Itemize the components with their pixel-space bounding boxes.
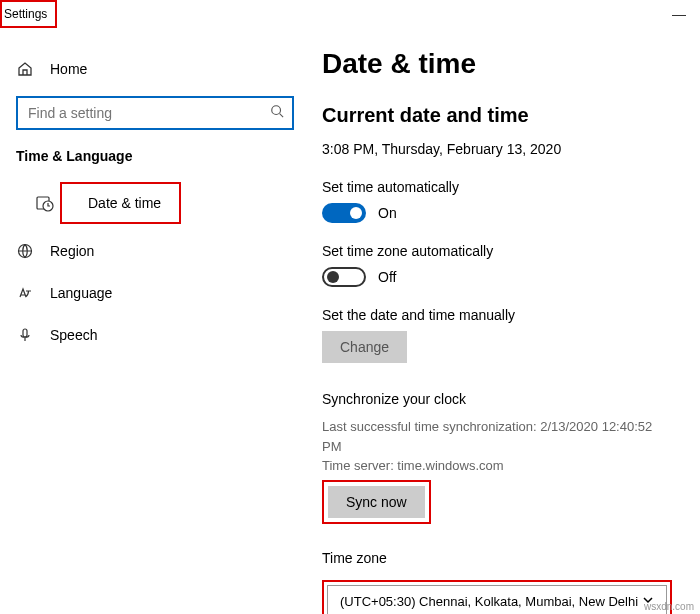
page-title: Date & time [322,48,670,80]
toggle-set-time-auto[interactable] [322,203,366,223]
window-title: Settings [4,7,47,21]
clock-icon [44,194,62,212]
section-current: Current date and time [322,104,670,127]
current-datetime: 3:08 PM, Thursday, February 13, 2020 [322,141,670,157]
nav-home[interactable]: Home [0,50,310,88]
svg-point-0 [272,106,281,115]
set-tz-auto-label: Set time zone automatically [322,243,670,259]
sync-heading: Synchronize your clock [322,391,670,407]
sidebar-item-speech[interactable]: Speech [0,314,310,356]
toggle-state: Off [378,269,396,285]
sidebar-item-label: Language [50,285,112,301]
category-heading: Time & Language [0,148,310,176]
toggle-set-tz-auto[interactable] [322,267,366,287]
sidebar-item-region[interactable]: Region [0,230,310,272]
timezone-value: (UTC+05:30) Chennai, Kolkata, Mumbai, Ne… [340,594,638,609]
minimize-button[interactable]: — [672,6,686,22]
search-icon [270,104,284,122]
sidebar-item-label: Region [50,243,94,259]
tz-heading: Time zone [322,550,670,566]
change-button: Change [322,331,407,363]
manual-label: Set the date and time manually [322,307,670,323]
language-icon [16,284,34,302]
sync-last: Last successful time synchronization: 2/… [322,417,670,456]
sidebar-item-label: Date & time [88,195,161,211]
sync-server: Time server: time.windows.com [322,456,670,476]
mic-icon [16,326,34,344]
timezone-dropdown[interactable]: (UTC+05:30) Chennai, Kolkata, Mumbai, Ne… [327,585,667,615]
globe-icon [16,242,34,260]
svg-rect-4 [23,329,27,337]
sidebar-item-language[interactable]: Language [0,272,310,314]
set-time-auto-label: Set time automatically [322,179,670,195]
sync-now-button[interactable]: Sync now [328,486,425,518]
sidebar-item-label: Speech [50,327,97,343]
toggle-state: On [378,205,397,221]
home-icon [16,60,34,78]
sidebar-item-date-time[interactable]: Date & time [60,182,181,224]
nav-home-label: Home [50,61,87,77]
watermark: wsxdn.com [644,601,694,612]
search-input[interactable] [16,96,294,130]
